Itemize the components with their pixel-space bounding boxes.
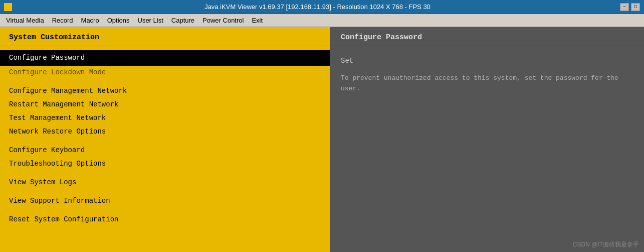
maximize-button[interactable]: □ (631, 3, 640, 11)
spacer-1 (0, 79, 330, 84)
menu-virtual-media[interactable]: Virtual Media (2, 15, 48, 26)
menu-entry-configure-lockdown[interactable]: Configure Lockdown Mode (0, 66, 330, 79)
spacer-5 (0, 208, 330, 213)
menu-macro[interactable]: Macro (77, 15, 103, 26)
menu-power-control[interactable]: Power Control (198, 15, 248, 26)
right-panel-header: Configure Password (331, 27, 644, 46)
menu-bar: Virtual Media Record Macro Options User … (0, 14, 644, 27)
left-panel: System Customization Configure Password … (0, 27, 331, 252)
watermark: CSDN @IT搬砖我最拿手 (573, 240, 639, 249)
window-controls: – □ (620, 3, 640, 11)
minimize-button[interactable]: – (620, 3, 629, 11)
menu-entry-troubleshooting[interactable]: Troubleshooting Options (0, 157, 330, 171)
right-panel-set-label: Set (341, 55, 634, 66)
spacer-3 (0, 171, 330, 176)
menu-user-list[interactable]: User List (134, 15, 167, 26)
menu-capture[interactable]: Capture (167, 15, 198, 26)
menu-entry-network-restore[interactable]: Network Restore Options (0, 125, 330, 139)
menu-entry-restart-mgmt-network[interactable]: Restart Management Network (0, 98, 330, 111)
menu-entry-test-mgmt-network[interactable]: Test Management Network (0, 111, 330, 125)
app-icon (4, 3, 12, 11)
menu-record[interactable]: Record (48, 15, 77, 26)
spacer-2 (0, 139, 330, 144)
menu-entry-view-system-logs[interactable]: View System Logs (0, 176, 330, 189)
right-panel: Configure Password Set To prevent unauth… (331, 27, 644, 252)
right-panel-description: To prevent unauthorized access to this s… (341, 73, 631, 94)
spacer-4 (0, 189, 330, 194)
title-bar: Java iKVM Viewer v1.69.37 [192.168.11.93… (0, 0, 644, 14)
menu-entry-view-support-info[interactable]: View Support Information (0, 194, 330, 208)
menu-entry-configure-mgmt-network[interactable]: Configure Management Network (0, 84, 330, 98)
menu-entry-reset-system-config[interactable]: Reset System Configuration (0, 213, 330, 226)
menu-exit[interactable]: Exit (248, 15, 267, 26)
menu-entry-configure-keyboard[interactable]: Configure Keyboard (0, 144, 330, 157)
menu-options[interactable]: Options (103, 15, 134, 26)
main-content: System Customization Configure Password … (0, 27, 644, 252)
left-panel-body: Configure Password Configure Lockdown Mo… (0, 46, 330, 230)
title-text: Java iKVM Viewer v1.69.37 [192.168.11.93… (15, 3, 620, 11)
right-panel-body: Set To prevent unauthorized access to th… (331, 46, 644, 103)
left-panel-header: System Customization (0, 27, 330, 46)
menu-entry-configure-password[interactable]: Configure Password (0, 50, 330, 66)
